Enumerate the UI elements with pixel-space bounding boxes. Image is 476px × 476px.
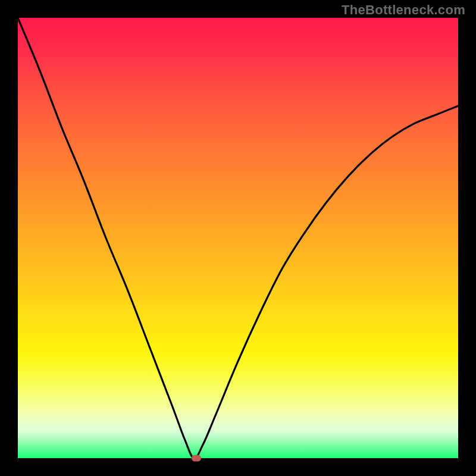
watermark-text: TheBottleneck.com xyxy=(342,2,465,18)
chart-plot-area xyxy=(18,18,458,458)
bottleneck-curve xyxy=(18,18,458,458)
optimal-point-marker xyxy=(192,455,201,462)
